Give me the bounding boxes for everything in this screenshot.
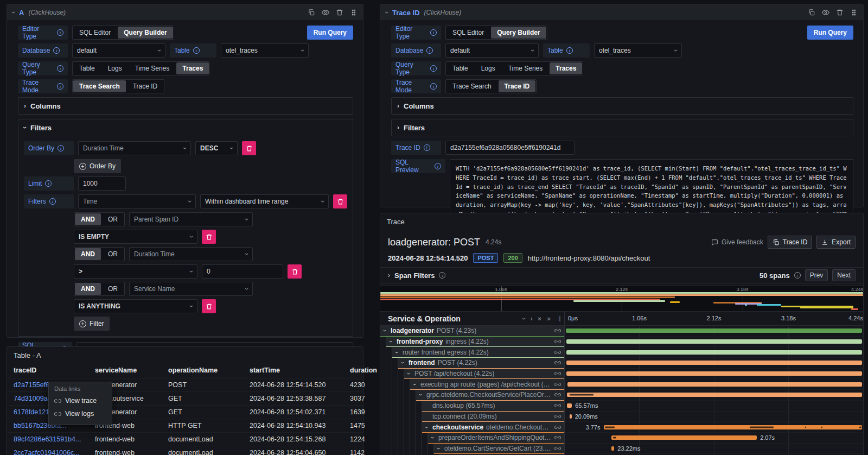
span-name-box[interactable]: ›frontend-proxyingress (4.22s) [386,337,564,347]
sql-editor-tab[interactable]: SQL Editor [446,26,490,39]
span-bar-row[interactable]: 23.22ms [565,444,863,454]
link-icon[interactable] [554,391,561,398]
link-icon[interactable] [554,434,561,441]
trace-id-button[interactable]: Trace ID [768,236,813,249]
span-duration-bar[interactable] [566,339,862,344]
info-icon[interactable]: i [430,29,437,36]
span-duration-bar[interactable] [566,361,862,365]
span-duration-bar[interactable] [566,350,862,355]
info-icon[interactable]: i [58,145,64,151]
panel-header-a[interactable]: › A (ClickHouse) [7,5,363,20]
column-header-traceid[interactable]: traceID [14,366,95,374]
chevron-down-icon[interactable]: › [430,435,436,440]
chevron-down-icon[interactable]: › [394,350,400,355]
info-icon[interactable]: i [57,29,63,36]
span-row[interactable]: ›checkoutserviceoteldemo.CheckoutService… [380,422,564,433]
span-row[interactable]: ›executing api route (pages) /api/checko… [380,379,564,390]
chevron-down-icon[interactable]: › [400,360,406,365]
and-option[interactable]: AND [75,248,101,260]
link-icon[interactable] [554,370,561,377]
span-row[interactable]: ›frontendPOST (4.22s) [380,358,564,369]
span-name-box[interactable]: ›checkoutserviceoteldemo.CheckoutService… [422,422,564,433]
remove-order-by-button[interactable] [242,141,256,155]
span-name-box[interactable]: ›router frontend egress (4.22s) [392,347,564,358]
span-bar-row[interactable]: 20.09ms [565,412,863,422]
order-by-direction-select[interactable]: DESC› [195,141,238,155]
view-logs-link[interactable]: View logs [54,407,106,420]
chevron-right-icon[interactable]: › [388,271,390,279]
eye-icon[interactable] [322,9,329,16]
duplicate-icon[interactable] [308,9,315,16]
collapse-one-icon[interactable]: › [520,318,528,320]
span-row[interactable]: tcp.connect (20.09ms) [380,412,564,422]
trace-id-input[interactable]: d2a7155ef6a928a05680e5ff6190241d [445,141,575,155]
filter-operator-select[interactable]: >› [74,264,197,279]
span-name-box[interactable]: ›oteldemo.CartService/GetCart (23.22ms) [434,444,564,454]
link-icon[interactable] [554,413,561,420]
info-icon[interactable]: i [424,144,430,151]
span-bar-row[interactable] [565,369,863,380]
link-icon[interactable] [554,424,561,431]
chevron-down-icon[interactable]: › [424,425,430,430]
query-builder-tab[interactable]: Query Builder [491,27,546,39]
limit-input[interactable]: 1000 [78,176,126,191]
span-bar-row[interactable]: 3.77s [565,422,863,433]
filters-section-header[interactable]: ›Filters [392,119,853,136]
span-duration-bar[interactable] [566,328,862,333]
span-row[interactable]: ›router frontend egress (4.22s) [380,347,564,358]
sql-editor-tab[interactable]: SQL Editor [73,26,117,39]
add-filter-button[interactable]: +Filter [74,317,110,331]
span-duration-bar[interactable] [611,435,757,440]
query-type-traces[interactable]: Traces [550,62,582,74]
column-header-operationname[interactable]: operationName [168,366,250,374]
table-select[interactable]: otel_traces› [221,43,309,58]
info-icon[interactable]: i [566,47,573,54]
chevron-down-icon[interactable]: › [406,371,412,376]
export-button[interactable]: Export [816,236,856,249]
info-icon[interactable]: i [430,83,437,90]
span-name-box[interactable]: tcp.connect (20.09ms) [422,412,564,422]
info-icon[interactable]: i [45,180,52,187]
span-row[interactable]: ›loadgeneratorPOST (4.23s) [380,326,564,337]
give-feedback-button[interactable]: Give feedback [711,238,763,246]
trace-mode-id[interactable]: Trace ID [499,80,536,92]
span-bar-row[interactable] [565,390,863,401]
add-order-by-button[interactable]: +Order By [74,159,121,173]
filter-time-field-select[interactable]: Time› [78,194,196,208]
database-select[interactable]: default› [72,43,165,58]
chevron-down-icon[interactable]: › [412,382,418,387]
link-icon[interactable] [554,445,561,452]
remove-condition-button[interactable] [202,299,216,313]
trace-minimap[interactable]: 1.06s2.12s3.18s4.24s [380,286,863,312]
link-icon[interactable] [554,338,561,345]
filter-time-value-select[interactable]: Within dashboard time range› [200,194,329,208]
info-icon[interactable]: i [49,198,56,205]
column-resize-handle[interactable]: ∥ [558,315,561,321]
span-row[interactable]: ›grpc.oteldemo.CheckoutService/PlaceOrde… [380,390,564,401]
link-icon[interactable] [554,327,561,334]
span-duration-bar[interactable] [611,446,614,451]
drag-handle-icon[interactable] [350,9,358,16]
chevron-down-icon[interactable]: › [388,339,394,344]
or-option[interactable]: OR [101,282,124,295]
panel-header-traceid[interactable]: › Trace ID (ClickHouse) [380,5,863,20]
columns-section-header[interactable]: ›Columns [392,98,853,114]
trace-mode-search[interactable]: Trace Search [446,80,498,93]
trace-id-link[interactable]: 89cf4286e631591b4... [14,435,95,443]
span-duration-bar[interactable] [567,393,861,397]
trash-icon[interactable] [836,9,844,16]
remove-filter-button[interactable] [333,194,347,208]
span-row[interactable]: ›oteldemo.CartService/GetCart (23.22ms) [380,444,564,454]
chevron-down-icon[interactable]: › [418,392,424,397]
filter-value-input[interactable]: 0 [202,264,283,279]
query-type-timeseries[interactable]: Time Series [502,62,550,75]
table-select[interactable]: otel_traces› [594,43,682,58]
next-button[interactable]: Next [832,269,856,281]
columns-section-header[interactable]: ›Columns [18,98,353,114]
and-option[interactable]: AND [75,283,101,295]
run-query-button[interactable]: Run Query [307,26,353,40]
query-builder-tab[interactable]: Query Builder [118,27,173,39]
span-duration-bar[interactable] [567,403,572,408]
span-name-box[interactable]: ›executing api route (pages) /api/checko… [410,379,564,390]
trace-id-link[interactable]: 2cc7acfc01941006c... [14,449,95,455]
